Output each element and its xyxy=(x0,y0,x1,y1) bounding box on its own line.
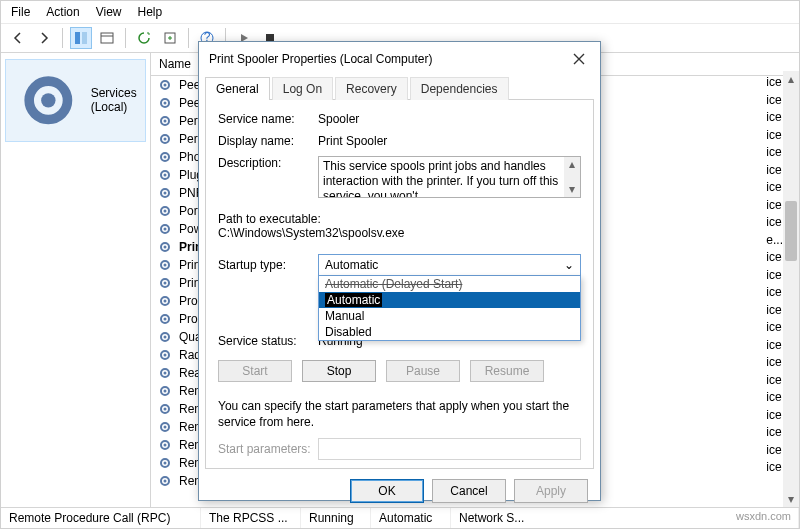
svg-point-19 xyxy=(164,156,167,159)
startup-type-selected: Automatic xyxy=(325,258,378,272)
menu-action[interactable]: Action xyxy=(46,5,79,19)
forward-button[interactable] xyxy=(33,27,55,49)
svg-point-49 xyxy=(164,426,167,429)
export-button[interactable] xyxy=(159,27,181,49)
svg-rect-2 xyxy=(101,33,113,43)
tab-logon[interactable]: Log On xyxy=(272,77,333,100)
service-row-suffix: ice xyxy=(764,285,783,303)
gear-icon xyxy=(157,221,173,237)
tree-pane: Services (Local) xyxy=(1,53,151,507)
scrollbar-thumb[interactable] xyxy=(785,201,797,261)
service-row-suffix: ice xyxy=(764,460,783,478)
apply-button: Apply xyxy=(514,479,588,503)
menubar: File Action View Help xyxy=(1,1,799,24)
gear-icon xyxy=(157,113,173,129)
svg-point-15 xyxy=(164,120,167,123)
refresh-button[interactable] xyxy=(133,27,155,49)
gear-icon xyxy=(157,401,173,417)
toolbar-separator xyxy=(188,28,189,48)
gear-icon xyxy=(157,311,173,327)
back-button[interactable] xyxy=(7,27,29,49)
svg-point-45 xyxy=(164,390,167,393)
svg-point-53 xyxy=(164,462,167,465)
svg-point-51 xyxy=(164,444,167,447)
service-row-suffix: ice xyxy=(764,75,783,93)
menu-file[interactable]: File xyxy=(11,5,30,19)
service-row-suffix: ice xyxy=(764,110,783,128)
gear-icon xyxy=(157,149,173,165)
properties-toolbar-button[interactable] xyxy=(96,27,118,49)
service-row-suffix: ice xyxy=(764,303,783,321)
svg-point-55 xyxy=(164,480,167,483)
svg-point-21 xyxy=(164,174,167,177)
tab-general[interactable]: General xyxy=(205,77,270,100)
scroll-up-icon[interactable]: ▴ xyxy=(783,71,799,87)
svg-point-27 xyxy=(164,228,167,231)
service-row-suffix: ice xyxy=(764,215,783,233)
gear-icon xyxy=(157,473,173,489)
gear-icon xyxy=(157,383,173,399)
svg-rect-0 xyxy=(75,32,80,44)
scroll-down-icon[interactable]: ▾ xyxy=(564,182,580,197)
startup-option-delayed[interactable]: Automatic (Delayed Start) xyxy=(319,276,580,292)
startup-option-manual[interactable]: Manual xyxy=(319,308,580,324)
start-button: Start xyxy=(218,360,292,382)
service-row-suffix: ice xyxy=(764,355,783,373)
description-scrollbar[interactable]: ▴ ▾ xyxy=(564,157,580,197)
dialog-titlebar: Print Spooler Properties (Local Computer… xyxy=(199,42,600,76)
vertical-scrollbar[interactable]: ▴ ▾ xyxy=(783,71,799,507)
startup-option-automatic[interactable]: Automatic xyxy=(319,292,580,308)
svg-point-25 xyxy=(164,210,167,213)
description-textbox[interactable]: This service spools print jobs and handl… xyxy=(318,156,581,198)
stop-button[interactable]: Stop xyxy=(302,360,376,382)
gear-icon xyxy=(157,275,173,291)
svg-point-43 xyxy=(164,372,167,375)
close-button[interactable] xyxy=(568,48,590,70)
cancel-button[interactable]: Cancel xyxy=(432,479,506,503)
chevron-down-icon: ⌄ xyxy=(564,258,574,272)
svg-point-11 xyxy=(164,84,167,87)
startup-type-combobox[interactable]: Automatic ⌄ Automatic (Delayed Start) Au… xyxy=(318,254,581,276)
label-start-parameters: Start parameters: xyxy=(218,442,318,456)
gear-icon xyxy=(157,239,173,255)
menu-view[interactable]: View xyxy=(96,5,122,19)
service-row-suffix: ice xyxy=(764,425,783,443)
svg-point-31 xyxy=(164,264,167,267)
gear-icon xyxy=(157,131,173,147)
label-startup-type: Startup type: xyxy=(218,258,318,272)
service-row-suffix: ice xyxy=(764,268,783,286)
scroll-up-icon[interactable]: ▴ xyxy=(564,157,580,172)
value-service-name: Spooler xyxy=(318,112,581,126)
dialog-buttons: OK Cancel Apply xyxy=(199,469,600,513)
value-path: C:\Windows\System32\spoolsv.exe xyxy=(218,226,581,240)
service-row-suffix: ice xyxy=(764,408,783,426)
service-row-suffix: ice xyxy=(764,338,783,356)
gear-icon xyxy=(157,365,173,381)
tab-dependencies[interactable]: Dependencies xyxy=(410,77,509,100)
gear-icon xyxy=(157,167,173,183)
scroll-down-icon[interactable]: ▾ xyxy=(783,491,799,507)
gear-icon xyxy=(157,347,173,363)
startup-type-dropdown: Automatic (Delayed Start) Automatic Manu… xyxy=(318,276,581,341)
service-row-suffix: ice xyxy=(764,443,783,461)
gear-icon xyxy=(157,95,173,111)
gear-icon xyxy=(157,455,173,471)
dialog-title: Print Spooler Properties (Local Computer… xyxy=(209,52,432,66)
gear-icon xyxy=(157,437,173,453)
label-service-name: Service name: xyxy=(218,112,318,126)
resume-button: Resume xyxy=(470,360,544,382)
svg-point-47 xyxy=(164,408,167,411)
service-row-suffix: ice xyxy=(764,128,783,146)
startup-option-disabled[interactable]: Disabled xyxy=(319,324,580,340)
description-text: This service spools print jobs and handl… xyxy=(323,159,558,198)
label-description: Description: xyxy=(218,156,318,170)
service-row-suffix: ice xyxy=(764,163,783,181)
ok-button[interactable]: OK xyxy=(350,479,424,503)
svg-point-13 xyxy=(164,102,167,105)
menu-help[interactable]: Help xyxy=(138,5,163,19)
tab-panel-general: Service name: Spooler Display name: Prin… xyxy=(205,99,594,469)
show-hide-tree-button[interactable] xyxy=(70,27,92,49)
tab-recovery[interactable]: Recovery xyxy=(335,77,408,100)
tree-node-services-local[interactable]: Services (Local) xyxy=(5,59,146,142)
service-row-suffix: ice xyxy=(764,320,783,338)
